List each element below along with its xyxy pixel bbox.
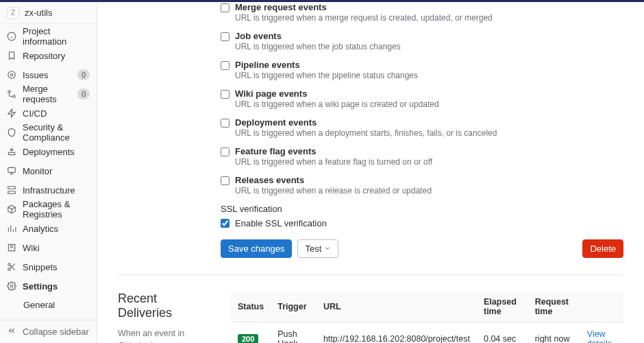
save-button[interactable]: Save changes [221,239,292,258]
sidebar-item-label: Repository [23,51,90,61]
sidebar-item-label: Packages & Registries [23,199,90,220]
svg-rect-12 [8,187,16,189]
sidebar-item-repository[interactable]: Repository [0,46,97,65]
th-request: Request time [528,292,580,322]
main-content: Merge request eventsURL is triggered whe… [97,2,644,343]
sidebar-item-label: CI/CD [23,108,90,119]
info-icon [7,32,16,41]
sidebar-item-label: Project information [23,26,90,47]
sidebar-item-badge: 0 [77,69,90,80]
cell-request: right now [528,322,580,344]
trigger-title: Pipeline events [235,60,623,70]
package-icon [7,204,16,214]
sidebar-item-wiki[interactable]: Wiki [0,238,97,257]
collapse-sidebar-label: Collapse sidebar [23,327,89,337]
trigger-pipeline-events: Pipeline eventsURL is triggered when the… [221,60,623,80]
sidebar-sub-general[interactable]: General [0,296,97,314]
trigger-deployment-events: Deployment eventsURL is triggered when a… [221,117,623,138]
chevron-down-icon [324,244,331,254]
sidebar-sub-integrations[interactable]: Integrations [0,314,97,320]
project-avatar: Z [7,7,19,19]
sidebar-item-infrastructure[interactable]: Infrastructure [0,180,97,200]
trigger-checkbox[interactable] [221,119,230,128]
sidebar-item-badge: 0 [77,88,90,99]
th-elapsed: Elapsed time [477,292,528,322]
sidebar-item-label: Monitor [23,166,90,176]
cell-url: http://192.168.16.202:8080/project/test [317,322,477,344]
cicd-icon [7,108,16,118]
sidebar-item-deployments[interactable]: Deployments [0,142,97,161]
ssl-enable-checkbox[interactable] [221,219,230,228]
section-divider [118,274,623,275]
sidebar-item-label: Security & Compliance [23,122,90,143]
sidebar-items: Project informationRepositoryIssues0Merg… [0,24,97,320]
trigger-title: Job events [235,31,623,41]
status-badge: 200 [238,334,258,343]
sidebar-item-issues[interactable]: Issues0 [0,65,97,84]
svg-rect-8 [8,152,14,155]
th-view [580,292,623,322]
trigger-checkbox[interactable] [221,176,230,185]
project-name: zx-utils [25,8,52,18]
sidebar-item-packages-registries[interactable]: Packages & Registries [0,200,97,219]
snippets-icon [7,262,16,272]
trigger-feature-flag-events: Feature flag eventsURL is triggered when… [221,146,623,167]
ssl-enable-label: Enable SSL verification [235,218,327,228]
sidebar-item-label: Infrastructure [23,185,90,196]
trigger-checkbox[interactable] [221,61,230,70]
sidebar-item-ci-cd[interactable]: CI/CD [0,104,97,123]
sidebar-item-label: Merge requests [23,84,71,104]
sidebar-item-monitor[interactable]: Monitor [0,161,97,180]
sidebar-item-label: Analytics [23,224,90,234]
form-actions: Save changes Test Delete [221,239,623,258]
shield-icon [7,128,16,137]
sidebar-item-settings[interactable]: Settings [0,276,97,296]
svg-rect-9 [8,167,16,172]
trigger-checkbox[interactable] [221,32,230,41]
collapse-sidebar[interactable]: Collapse sidebar [0,320,97,343]
th-trigger: Trigger [271,292,317,322]
trigger-checkbox[interactable] [221,90,230,99]
table-row: 200Push Hookhttp://192.168.16.202:8080/p… [231,322,623,344]
th-url: URL [317,292,477,322]
th-status: Status [231,292,271,322]
trigger-title: Releases events [235,175,623,185]
sidebar-item-analytics[interactable]: Analytics [0,219,97,238]
infra-icon [7,185,16,195]
sidebar-item-snippets[interactable]: Snippets [0,257,97,276]
trigger-desc: URL is triggered when a feature flag is … [235,157,623,167]
deliveries-heading: Recent Deliveries [118,292,210,320]
sidebar-item-label: Snippets [23,262,90,272]
sidebar-item-label: Deployments [23,147,90,157]
cell-trigger: Push Hook [271,322,317,344]
trigger-job-events: Job eventsURL is triggered when the job … [221,31,623,51]
deliveries-table: Status Trigger URL Elapsed time Request … [231,292,623,343]
sidebar-item-label: Issues [23,70,71,80]
ssl-enable-checkbox-row[interactable]: Enable SSL verification [221,218,623,228]
trigger-checkbox[interactable] [221,147,230,156]
trigger-desc: URL is triggered when a merge request is… [235,13,623,23]
recent-deliveries-section: Recent Deliveries When an event in GitLa… [118,292,623,343]
trigger-desc: URL is triggered when a wiki page is cre… [235,99,623,109]
deploy-icon [7,147,16,156]
sidebar-item-security-compliance[interactable]: Security & Compliance [0,123,97,142]
sidebar-header[interactable]: Z zx-utils [0,2,97,24]
trigger-desc: URL is triggered when a release is creat… [235,186,623,196]
delete-button[interactable]: Delete [582,239,623,258]
view-details-link[interactable]: View details [587,329,612,343]
sidebar-item-project-information[interactable]: Project information [0,27,97,46]
repo-icon [7,51,16,60]
trigger-checkbox[interactable] [221,3,230,12]
mr-icon [7,89,16,99]
ssl-verification-section: SSL verification Enable SSL verification [221,204,623,228]
svg-point-6 [13,95,16,98]
monitor-icon [7,166,16,176]
svg-point-5 [8,91,11,93]
svg-point-26 [10,285,13,287]
ssl-section-title: SSL verification [221,204,623,214]
test-dropdown-button[interactable]: Test [297,239,338,258]
sidebar: Z zx-utils Project informationRepository… [0,2,97,343]
svg-point-3 [8,71,16,79]
trigger-merge-request-events: Merge request eventsURL is triggered whe… [221,2,623,23]
sidebar-item-merge-requests[interactable]: Merge requests0 [0,84,97,104]
